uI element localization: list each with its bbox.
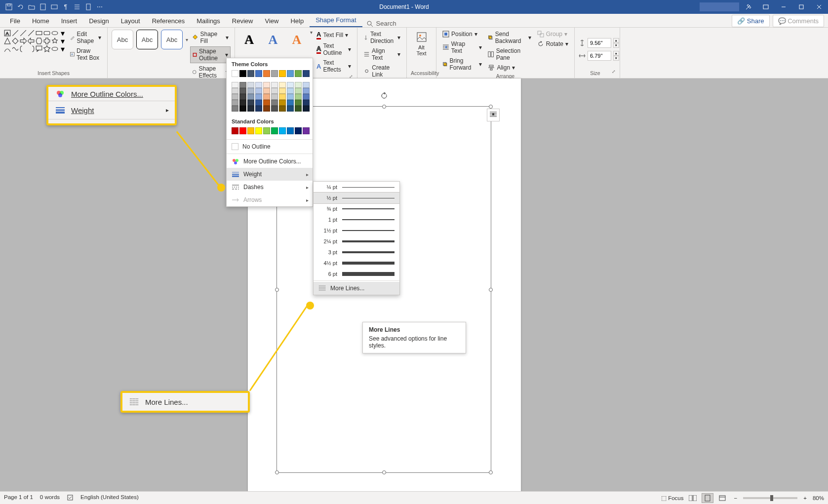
color-swatch[interactable]	[247, 127, 254, 134]
color-swatch[interactable]	[247, 100, 254, 106]
triangle-shape-icon[interactable]	[4, 38, 11, 44]
page-status[interactable]: Page 1 of 1	[4, 494, 33, 502]
tab-view[interactable]: View	[259, 15, 284, 27]
weight-option[interactable]: ½ pt	[313, 192, 400, 204]
selection-pane-button[interactable]: Selection Pane	[486, 46, 533, 62]
send-backward-button[interactable]: Send Backward ▾	[486, 30, 533, 45]
close-icon[interactable]	[810, 0, 828, 14]
wordart-preset[interactable]: A	[286, 30, 307, 50]
create-link-button[interactable]: Create Link	[361, 63, 402, 79]
star5-shape-icon[interactable]	[43, 45, 50, 52]
style-preset[interactable]: Abc	[161, 30, 183, 49]
color-swatch[interactable]	[287, 127, 294, 134]
weight-item[interactable]: Weight▸	[227, 168, 313, 181]
tab-help[interactable]: Help	[284, 15, 310, 27]
more-lines-item[interactable]: More Lines...	[314, 282, 399, 295]
color-swatch[interactable]	[303, 88, 310, 94]
web-layout-icon[interactable]	[716, 493, 728, 503]
spinner-down-icon[interactable]: ▾	[613, 56, 619, 61]
proofing-icon[interactable]	[67, 494, 74, 502]
color-swatch[interactable]	[295, 106, 302, 112]
color-swatch[interactable]	[303, 82, 310, 88]
weight-option[interactable]: 1½ pt	[314, 225, 399, 236]
hexagon-shape-icon[interactable]	[36, 38, 42, 44]
color-swatch[interactable]	[255, 70, 262, 77]
arrow-left-shape-icon[interactable]	[28, 38, 35, 44]
color-swatch[interactable]	[295, 70, 302, 77]
color-swatch[interactable]	[295, 82, 302, 88]
color-swatch[interactable]	[295, 127, 302, 134]
color-swatch[interactable]	[263, 70, 270, 77]
color-swatch[interactable]	[232, 127, 238, 134]
save-icon[interactable]	[4, 2, 14, 12]
new-icon[interactable]	[38, 2, 48, 12]
textbox-shape-icon[interactable]: A	[4, 30, 11, 37]
resize-handle[interactable]	[489, 288, 493, 292]
color-swatch[interactable]	[271, 106, 278, 112]
weight-option[interactable]: 2¼ pt	[314, 236, 399, 247]
resize-handle[interactable]	[489, 105, 493, 109]
curve-shape-icon[interactable]	[4, 45, 11, 52]
edit-shape-button[interactable]: Edit Shape ▾	[68, 30, 103, 45]
color-swatch[interactable]	[303, 127, 310, 134]
layout-options-icon[interactable]	[487, 109, 500, 121]
color-swatch[interactable]	[271, 127, 278, 134]
style-gallery[interactable]: Abc Abc Abc ▾	[112, 30, 188, 49]
color-swatch[interactable]	[232, 100, 238, 106]
theme-colors-grid[interactable]	[227, 69, 313, 81]
color-swatch[interactable]	[239, 88, 246, 94]
color-swatch[interactable]	[255, 82, 262, 88]
bring-forward-button[interactable]: Bring Forward ▾	[440, 56, 484, 72]
comments-button[interactable]: 💬 Comments	[773, 15, 824, 27]
color-swatch[interactable]	[287, 100, 294, 106]
user-area[interactable]	[700, 2, 739, 11]
line-arrow-shape-icon[interactable]	[20, 30, 27, 37]
dashes-item[interactable]: Dashes▸	[227, 181, 313, 194]
shape-effects-button[interactable]: Shape Effects ▾	[190, 64, 231, 80]
brace-shape-icon[interactable]	[20, 45, 27, 52]
wordart-preset[interactable]: A	[263, 30, 283, 50]
color-swatch[interactable]	[287, 82, 294, 88]
style-preset[interactable]: Abc	[112, 30, 133, 49]
resize-handle[interactable]	[489, 470, 493, 474]
spinner-up-icon[interactable]: ▴	[613, 38, 619, 43]
color-swatch[interactable]	[303, 100, 310, 106]
alt-text-button[interactable]: Alt Text	[411, 30, 432, 58]
color-swatch[interactable]	[287, 94, 294, 100]
color-swatch[interactable]	[239, 94, 246, 100]
rounded-rect-shape-icon[interactable]	[43, 30, 50, 37]
color-swatch[interactable]	[279, 88, 286, 94]
tab-layout[interactable]: Layout	[115, 15, 146, 27]
color-swatch[interactable]	[303, 94, 310, 100]
color-swatch[interactable]	[239, 82, 246, 88]
color-swatch[interactable]	[279, 70, 286, 77]
width-field[interactable]: 6.79" ▴▾	[579, 51, 619, 61]
diamond-shape-icon[interactable]	[12, 38, 19, 44]
zoom-out-button[interactable]: −	[731, 495, 741, 501]
freeform-shape-icon[interactable]	[12, 45, 19, 52]
more-shapes-icon[interactable]: ▾	[59, 30, 66, 37]
resize-handle[interactable]	[275, 470, 279, 474]
text-outline-button[interactable]: AText Outline ▾	[315, 41, 353, 57]
gallery-more-icon[interactable]: ▾	[186, 37, 188, 42]
text-direction-button[interactable]: Text Direction ▾	[361, 30, 402, 45]
tab-mailings[interactable]: Mailings	[191, 15, 226, 27]
align-button[interactable]: Align ▾	[486, 63, 533, 72]
zoom-in-button[interactable]: +	[800, 495, 810, 501]
theme-shades-grid[interactable]	[227, 81, 313, 116]
undo-icon[interactable]	[15, 2, 25, 12]
color-swatch[interactable]	[279, 94, 286, 100]
color-swatch[interactable]	[263, 106, 270, 112]
color-swatch[interactable]	[239, 106, 246, 112]
shape-gallery[interactable]: A ▾ ▾	[4, 30, 66, 52]
color-swatch[interactable]	[271, 88, 278, 94]
style-preset[interactable]: Abc	[136, 30, 158, 49]
color-swatch[interactable]	[287, 70, 294, 77]
zoom-level[interactable]: 80%	[813, 495, 824, 501]
color-swatch[interactable]	[255, 94, 262, 100]
line-shape-icon[interactable]	[12, 30, 19, 37]
callout-shape-icon[interactable]	[36, 45, 42, 52]
color-swatch[interactable]	[232, 106, 238, 112]
color-swatch[interactable]	[295, 88, 302, 94]
tab-home[interactable]: Home	[26, 15, 55, 27]
